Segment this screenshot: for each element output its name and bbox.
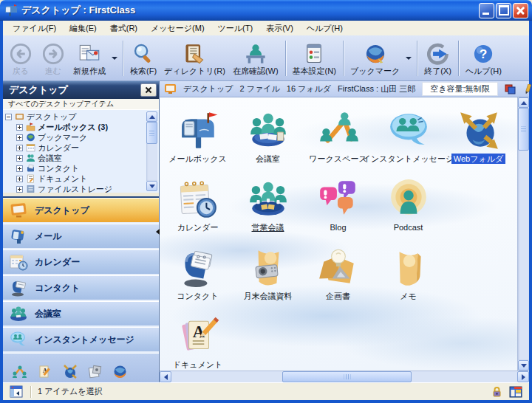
back-button[interactable]: 戻る xyxy=(4,38,37,79)
sidebar-nav-calendar[interactable]: カレンダー xyxy=(3,249,159,275)
tree-item-file-storage[interactable]: ファイルストレージ xyxy=(16,184,159,193)
desktop-icon xyxy=(164,83,177,94)
menu-tools[interactable]: ツール(T) xyxy=(211,21,260,35)
layout-icon[interactable] xyxy=(509,386,522,398)
minimize-button[interactable] xyxy=(479,3,494,18)
sidebar-nav-desktop[interactable]: デスクトップ xyxy=(3,198,159,224)
tree-item-desktop[interactable]: デスクトップ xyxy=(5,111,159,122)
directory-button[interactable]: ディレクトリ(R) xyxy=(160,38,229,79)
exit-icon xyxy=(427,42,449,66)
forward-button[interactable]: 進む xyxy=(37,38,69,79)
menu-file[interactable]: ファイル(F) xyxy=(6,21,63,35)
scrollbar-track[interactable] xyxy=(518,108,529,360)
tree-item-contacts[interactable]: コンタクト xyxy=(16,163,159,173)
scrollbar-track[interactable] xyxy=(171,371,517,382)
desktop-item-blog[interactable]: Blog xyxy=(303,166,373,235)
expand-expander[interactable] xyxy=(16,176,23,182)
scroll-down-button[interactable] xyxy=(518,360,529,371)
workspace-icon[interactable] xyxy=(12,365,27,379)
status-separator xyxy=(30,386,31,398)
title-bar[interactable]: デスクトップ : FirstClass xyxy=(0,0,532,21)
menu-help[interactable]: ヘルプ(H) xyxy=(300,21,349,35)
main-horizontal-scrollbar[interactable] xyxy=(160,371,529,382)
desktop-item-webfolder[interactable]: Webフォルダ xyxy=(443,97,514,166)
menu-message[interactable]: メッセージ(M) xyxy=(144,21,211,35)
scrollbar-thumb[interactable] xyxy=(146,122,157,144)
scroll-left-button[interactable] xyxy=(160,371,171,382)
help-button[interactable]: ? ヘルプ(H) xyxy=(462,38,505,79)
sidebar-nav-instant-message[interactable]: インスタントメッセージ xyxy=(3,327,159,353)
expand-expander[interactable] xyxy=(16,124,23,131)
exit-button[interactable]: 終了(X) xyxy=(420,38,455,79)
bookmarks-button[interactable]: ブックマーク xyxy=(347,38,403,79)
new-message-dropdown-arrow[interactable] xyxy=(109,38,120,79)
tree-item-calendar[interactable]: カレンダー xyxy=(16,142,159,153)
sidebar-header: デスクトップ xyxy=(3,81,159,99)
sidebar-collapse-handle[interactable] xyxy=(153,229,160,235)
expand-expander[interactable] xyxy=(16,134,23,141)
expand-expander[interactable] xyxy=(16,155,23,162)
scrollbar-thumb[interactable] xyxy=(282,371,412,382)
desktop-item-sales-meeting[interactable]: 営業会議 xyxy=(233,166,303,235)
desktop-item-podcast[interactable]: Podcast xyxy=(373,166,443,235)
toolbar-separator xyxy=(417,41,417,76)
collapse-expander[interactable] xyxy=(5,114,12,120)
desktop-item-contacts[interactable]: コンタクト xyxy=(163,235,233,303)
presence-button[interactable]: 在席確認(W) xyxy=(229,38,282,79)
desktop-item-conference[interactable]: 会議室 xyxy=(233,97,303,166)
news-icon[interactable] xyxy=(87,365,103,379)
tree-item-mailbox[interactable]: メールボックス (3) xyxy=(16,122,159,132)
expand-expander[interactable] xyxy=(16,186,23,193)
desktop-item-monthly-materials[interactable]: 月末会議資料 xyxy=(233,235,303,303)
main-panel: デスクトップ 2 ファイル 16 フォルダ FirstClass : 山田 三郎… xyxy=(160,81,529,382)
tree-item-conference[interactable]: 会議室 xyxy=(16,153,159,163)
desktop-item-documents[interactable]: A ドキュメント xyxy=(163,303,233,371)
document-icon xyxy=(26,174,35,183)
sidebar-nav-conference[interactable]: 会議室 xyxy=(3,301,159,327)
scroll-right-button[interactable] xyxy=(517,371,529,382)
new-message-button[interactable]: 新規作成 xyxy=(69,38,109,79)
search-button[interactable]: 検索(F) xyxy=(126,38,160,79)
main-vertical-scrollbar[interactable] xyxy=(517,97,529,371)
preferences-icon xyxy=(303,42,325,66)
menu-format[interactable]: 書式(R) xyxy=(103,21,144,35)
desktop-item-proposal[interactable]: 企画書 xyxy=(303,235,373,303)
expand-expander[interactable] xyxy=(16,165,23,172)
desktop-item-memo[interactable]: メモ xyxy=(373,235,443,303)
preferences-button[interactable]: 基本設定(N) xyxy=(289,38,340,79)
tree-scrollbar[interactable] xyxy=(146,111,157,191)
menu-edit[interactable]: 編集(E) xyxy=(63,21,103,35)
menu-view[interactable]: 表示(V) xyxy=(259,21,300,35)
close-button[interactable] xyxy=(513,3,528,18)
edit-pencil-icon[interactable] xyxy=(522,84,532,94)
bookmarks-dropdown-arrow[interactable] xyxy=(403,38,414,79)
scroll-down-button[interactable] xyxy=(146,181,157,191)
document-pencil-icon: A xyxy=(177,315,219,358)
panel-toggle-icon[interactable] xyxy=(10,385,24,398)
scrollbar-thumb[interactable] xyxy=(518,108,529,151)
maximize-button[interactable] xyxy=(496,3,511,18)
main-header: デスクトップ 2 ファイル 16 フォルダ FirstClass : 山田 三郎… xyxy=(160,81,529,97)
sidebar-filter-label: すべてのデスクトップアイテム xyxy=(3,99,159,110)
scroll-up-button[interactable] xyxy=(146,111,157,122)
sidebar-nav-contacts[interactable]: コンタクト xyxy=(3,275,159,301)
scroll-up-button[interactable] xyxy=(518,97,529,108)
desktop-item-instant-message[interactable]: インスタントメッセージ xyxy=(373,97,443,166)
sidebar-nav-mail[interactable]: メール xyxy=(3,224,159,249)
status-bar: 1 アイテムを選択 xyxy=(3,382,529,400)
sidebar-close-button[interactable] xyxy=(140,83,157,97)
calendar-icon xyxy=(9,253,28,271)
scrollbar-track[interactable] xyxy=(146,122,157,181)
mail-icon xyxy=(9,227,28,245)
tree-item-documents[interactable]: ドキュメント xyxy=(16,173,159,184)
webfolder-icon[interactable] xyxy=(62,365,78,379)
desktop-view[interactable]: メールボックス 会議室 xyxy=(160,97,529,371)
desktop-item-mailbox[interactable]: メールボックス xyxy=(163,97,233,166)
tree-item-bookmarks[interactable]: ブックマーク xyxy=(16,132,159,142)
document-icon[interactable]: A xyxy=(37,365,52,379)
split-view-icon[interactable] xyxy=(505,84,516,94)
desktop-item-calendar[interactable]: カレンダー xyxy=(163,166,233,235)
rolodex-icon xyxy=(177,247,219,289)
web-icon[interactable] xyxy=(112,365,128,379)
expand-expander[interactable] xyxy=(16,145,23,151)
